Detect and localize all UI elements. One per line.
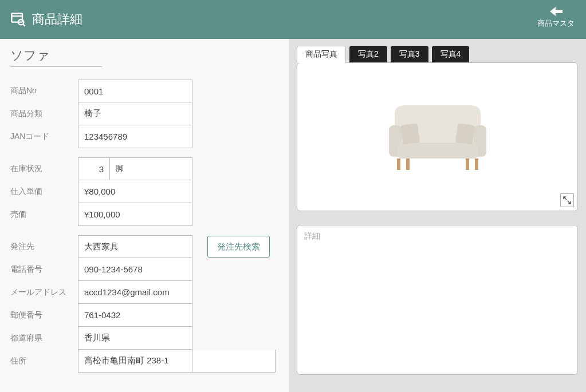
svg-line-3 <box>23 24 25 26</box>
detail-box <box>297 225 578 375</box>
tab-photo-2[interactable]: 写真2 <box>349 46 387 63</box>
prefecture-input[interactable] <box>78 327 192 350</box>
form-panel: 商品No 商品分類 JANコード 在庫状況 脚 <box>0 39 289 392</box>
label-jan: JANコード <box>10 126 78 148</box>
back-button[interactable]: 商品マスタ <box>537 6 575 29</box>
label-postcode: 郵便番号 <box>10 304 78 326</box>
photo-box <box>297 62 578 211</box>
label-category: 商品分類 <box>10 103 78 125</box>
postcode-input[interactable] <box>78 304 192 327</box>
svg-rect-8 <box>455 123 474 145</box>
product-no-input[interactable] <box>78 80 192 102</box>
label-product-no: 商品No <box>10 80 78 102</box>
detail-textarea[interactable] <box>304 231 571 369</box>
label-address: 住所 <box>10 350 78 372</box>
expand-icon[interactable] <box>560 193 574 207</box>
tab-photo-4[interactable]: 写真4 <box>432 46 470 63</box>
label-stock: 在庫状況 <box>10 158 78 180</box>
label-prefecture: 都道府県 <box>10 327 78 349</box>
label-email: メールアドレス <box>10 282 78 303</box>
phone-input[interactable] <box>78 258 192 281</box>
stock-unit: 脚 <box>110 157 192 180</box>
product-search-icon <box>10 11 26 27</box>
price-input[interactable] <box>78 203 192 226</box>
label-supplier: 発注先 <box>10 236 78 258</box>
address1-input[interactable] <box>78 350 192 373</box>
jan-input[interactable] <box>78 125 192 148</box>
svg-rect-6 <box>398 142 478 159</box>
cost-input[interactable] <box>78 180 192 203</box>
svg-rect-12 <box>475 159 478 170</box>
supplier-input[interactable] <box>78 235 192 258</box>
media-panel: 商品写真 写真2 写真3 写真4 <box>289 39 586 392</box>
svg-rect-0 <box>11 14 22 22</box>
photo-tabs: 商品写真 写真2 写真3 写真4 <box>297 46 578 63</box>
svg-rect-7 <box>400 123 419 145</box>
tab-photo-3[interactable]: 写真3 <box>391 46 428 63</box>
label-price: 売価 <box>10 204 78 225</box>
sofa-image <box>377 91 498 183</box>
stock-qty-input[interactable] <box>78 157 110 180</box>
back-arrow-icon <box>549 6 564 17</box>
email-input[interactable] <box>78 281 192 304</box>
tab-photo-main[interactable]: 商品写真 <box>297 46 346 63</box>
label-phone: 電話番号 <box>10 259 78 280</box>
app-header: 商品詳細 商品マスタ <box>0 0 586 39</box>
svg-rect-10 <box>406 159 410 170</box>
product-name-input[interactable] <box>10 47 102 67</box>
back-label: 商品マスタ <box>537 18 575 29</box>
svg-rect-9 <box>397 159 400 170</box>
address2-input[interactable] <box>192 350 276 373</box>
category-input[interactable] <box>78 102 192 125</box>
supplier-search-button[interactable]: 発注先検索 <box>207 236 270 258</box>
label-cost: 仕入単価 <box>10 181 78 203</box>
svg-rect-11 <box>466 159 469 170</box>
page-title: 商品詳細 <box>32 11 82 28</box>
